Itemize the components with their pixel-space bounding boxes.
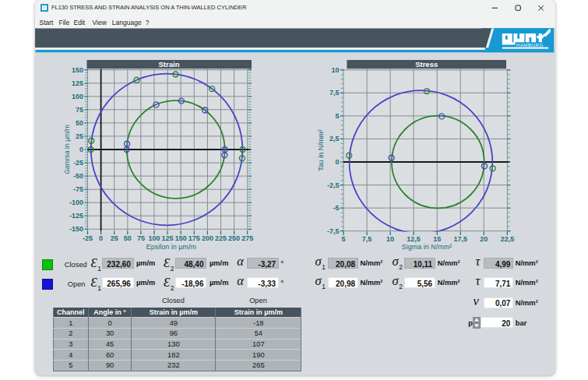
svg-text:25: 25	[75, 132, 83, 140]
svg-text:100: 100	[148, 234, 160, 242]
svg-text:Sigma in N/mm²: Sigma in N/mm²	[401, 243, 452, 251]
svg-text:125: 125	[71, 79, 83, 87]
svg-text:5: 5	[341, 235, 345, 243]
svg-text:100: 100	[71, 93, 83, 100]
svg-text:225: 225	[214, 234, 226, 242]
svg-text:75: 75	[136, 234, 144, 242]
svg-text:0: 0	[335, 158, 339, 166]
svg-text:-75: -75	[72, 185, 83, 193]
svg-text:50: 50	[75, 119, 83, 127]
svg-text:-125: -125	[69, 212, 83, 220]
svg-text:2,5: 2,5	[329, 135, 339, 142]
svg-text:150: 150	[174, 234, 186, 242]
svg-text:275: 275	[241, 234, 253, 242]
svg-text:10: 10	[331, 66, 339, 74]
svg-text:Epsilon in µm/m: Epsilon in µm/m	[146, 243, 195, 251]
svg-text:0: 0	[79, 146, 83, 153]
svg-text:125: 125	[161, 234, 173, 242]
svg-text:-50: -50	[72, 172, 83, 180]
svg-text:Tau in N/mm²: Tau in N/mm²	[317, 129, 325, 171]
svg-text:75: 75	[75, 106, 83, 114]
svg-text:7,5: 7,5	[361, 235, 371, 243]
svg-text:-25: -25	[82, 234, 92, 242]
svg-text:7,5: 7,5	[329, 89, 339, 97]
svg-text:150: 150	[71, 66, 83, 74]
svg-text:17,5: 17,5	[453, 235, 467, 243]
svg-text:20: 20	[480, 235, 488, 243]
svg-text:25: 25	[110, 234, 118, 242]
svg-text:0: 0	[99, 234, 103, 242]
svg-text:175: 175	[188, 234, 199, 242]
svg-text:5: 5	[335, 112, 339, 120]
svg-text:-2,5: -2,5	[326, 181, 339, 189]
svg-text:-100: -100	[69, 199, 83, 206]
svg-text:Strain: Strain	[158, 60, 179, 69]
svg-text:Gamma in µm/m: Gamma in µm/m	[63, 125, 71, 174]
svg-text:-7,5: -7,5	[326, 227, 339, 235]
svg-text:Stress: Stress	[415, 60, 438, 69]
svg-text:250: 250	[228, 234, 240, 242]
svg-text:12,5: 12,5	[407, 235, 421, 243]
svg-text:-5: -5	[333, 204, 339, 212]
svg-text:-150: -150	[69, 225, 83, 233]
svg-text:50: 50	[123, 234, 131, 242]
svg-text:22,5: 22,5	[500, 235, 514, 243]
svg-text:10: 10	[386, 235, 394, 243]
svg-text:-25: -25	[72, 159, 83, 167]
svg-text:200: 200	[201, 234, 213, 242]
svg-text:15: 15	[433, 235, 441, 243]
